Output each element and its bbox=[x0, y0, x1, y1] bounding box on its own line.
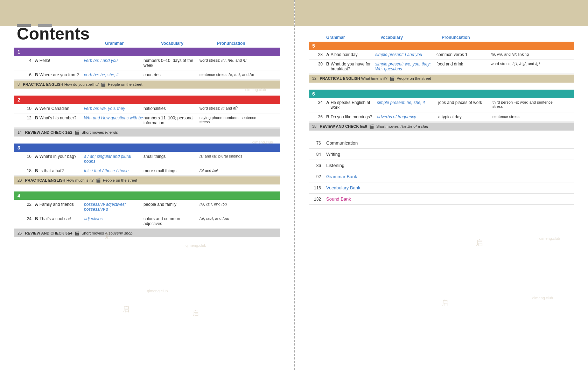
lesson-pronunc: third person –s; word and sentence stres… bbox=[492, 100, 554, 109]
lesson-num: 28 bbox=[309, 52, 326, 57]
practical-english-1: 8 PRACTICAL ENGLISH How do you spell it?… bbox=[14, 81, 280, 89]
appendix-sound-bank: 132 Sound Bank bbox=[309, 194, 574, 205]
lesson-ab: A bbox=[35, 202, 38, 207]
lesson-title: Do you like mornings? bbox=[331, 114, 372, 119]
lesson-ab: A bbox=[35, 106, 38, 111]
table-row: 16 A What's in your bag? a / an; singula… bbox=[14, 152, 280, 166]
lesson-label: A Family and friends bbox=[35, 202, 84, 207]
lesson-title: What's in your bag? bbox=[40, 154, 77, 159]
table-row: 6 B Where are you from? verb be: he, she… bbox=[14, 70, 280, 80]
unit-5: 5 28 A A bad hair day simple present: I … bbox=[309, 42, 574, 83]
table-row: 4 A Hello! verb be: I and you numbers 0–… bbox=[14, 56, 280, 70]
lesson-ab: A bbox=[326, 100, 329, 105]
watermark-4: 启 bbox=[122, 305, 130, 314]
lesson-vocab: jobs and places of work bbox=[438, 100, 492, 105]
svg-rect-0 bbox=[518, 0, 588, 28]
lesson-num: 6 bbox=[14, 72, 35, 77]
lesson-ab: B bbox=[326, 62, 329, 67]
lesson-label: B Is that a hat? bbox=[35, 168, 84, 173]
appendix-num: 76 bbox=[309, 141, 326, 146]
lesson-title: Is that a hat? bbox=[40, 168, 64, 173]
lesson-vocab: countries bbox=[144, 72, 200, 77]
lesson-label: A He speaks English at work bbox=[326, 100, 377, 110]
lesson-pronunc: saying phone numbers; sentence stress bbox=[200, 116, 262, 124]
col-grammar: Grammar bbox=[105, 41, 161, 46]
review-check-3: 38 REVIEW AND CHECK 5&6 🎬 Short movies T… bbox=[309, 123, 574, 131]
lesson-ab: A bbox=[35, 58, 38, 63]
lesson-grammar: verb be: he, she, it bbox=[84, 72, 144, 77]
table-row: 30 B What do you have for breakfast? sim… bbox=[309, 60, 574, 74]
col-empty-r bbox=[309, 35, 326, 40]
lesson-ab: B bbox=[35, 216, 38, 221]
lesson-grammar: verb be: we, you, they bbox=[84, 106, 144, 111]
lesson-ab: A bbox=[35, 154, 38, 159]
svg-line-4 bbox=[532, 0, 588, 7]
appendix-label: Sound Bank bbox=[326, 196, 351, 202]
lesson-vocab: nationalities bbox=[144, 106, 200, 111]
lesson-label: B What's his number? bbox=[35, 116, 84, 120]
watermark-r3: qimeng.club bbox=[532, 296, 553, 300]
practical-english-2: 20 PRACTICAL ENGLISH How much is it? 🎬 P… bbox=[14, 176, 280, 184]
lesson-title: We're Canadian bbox=[40, 106, 69, 111]
appendix-grammar-bank: 92 Grammar Bank bbox=[309, 171, 574, 182]
table-row: 22 A Family and friends possessive adjec… bbox=[14, 200, 280, 214]
lesson-label: A We're Canadian bbox=[35, 106, 84, 111]
table-row: 18 B Is that a hat? this / that / these … bbox=[14, 166, 280, 176]
col-vocab-r: Vocabulary bbox=[380, 35, 442, 40]
page-title: Contents bbox=[14, 11, 280, 34]
sunburst-decoration bbox=[518, 0, 588, 28]
watermark-r1: qimeng.club bbox=[539, 236, 560, 240]
lesson-grammar: possessive adjectives; possessive s bbox=[84, 202, 144, 212]
lesson-title: Family and friends bbox=[40, 202, 74, 207]
svg-line-5 bbox=[534, 0, 588, 4]
lesson-grammar: adverbs of frequency bbox=[377, 114, 438, 119]
unit-3: 3 16 A What's in your bag? a / an; singu… bbox=[14, 144, 280, 184]
lesson-title: Hello! bbox=[40, 58, 50, 63]
watermark-5: 启 bbox=[192, 309, 199, 317]
svg-line-2 bbox=[528, 0, 588, 14]
lesson-grammar: simple present: we, you, they; Wh- quest… bbox=[375, 62, 436, 71]
unit-4: 4 22 A Family and friends possessive adj… bbox=[14, 191, 280, 237]
col-pronunc-r: Pronunciation bbox=[442, 35, 496, 40]
lesson-grammar: verb be: I and you bbox=[84, 58, 144, 63]
lesson-grammar: simple present: he, she, it bbox=[377, 100, 438, 105]
unit-3-header: 3 bbox=[14, 144, 280, 152]
lesson-num: 30 bbox=[309, 62, 326, 67]
lesson-num: 18 bbox=[14, 168, 35, 173]
page-right: qimeng.club 启 qimeng.club 启 Grammar Voca… bbox=[294, 0, 588, 370]
practical-english-3: 32 PRACTICAL ENGLISH What time is it? 🎬 … bbox=[309, 75, 574, 83]
table-row: 28 A A bad hair day simple present: I an… bbox=[309, 50, 574, 60]
lesson-vocab: common verbs 1 bbox=[436, 52, 491, 57]
lesson-title: What's his number? bbox=[40, 116, 77, 120]
appendix-section: 76 Communication 84 Writing 86 Listening… bbox=[309, 138, 574, 205]
table-row: 10 A We're Canadian verb be: we, you, th… bbox=[14, 104, 280, 113]
col-vocab: Vocabulary bbox=[161, 41, 217, 46]
lesson-label: A Hello! bbox=[35, 58, 84, 63]
lesson-ab: A bbox=[326, 52, 329, 57]
lesson-pronunc: /ð/ and /æ/ bbox=[200, 168, 262, 173]
page-left: qimeng.club 启 qimeng.club 启 启 qimeng.clu… bbox=[0, 0, 294, 370]
lesson-vocab: more small things bbox=[144, 168, 200, 173]
lesson-num: 10 bbox=[14, 106, 35, 111]
svg-line-7 bbox=[523, 0, 588, 25]
col-headers-right: Grammar Vocabulary Pronunciation bbox=[309, 35, 574, 40]
lesson-grammar: a / an; singular and plural nouns bbox=[84, 154, 144, 164]
unit-2-header: 2 bbox=[14, 96, 280, 104]
lesson-label: B What do you have for breakfast? bbox=[326, 62, 375, 71]
lesson-pronunc: word stress; /tʃ/, /dʒ/, and /ɡ/ bbox=[491, 62, 547, 66]
lesson-pronunc: word stress; /f/ and /tʃ/ bbox=[200, 106, 262, 111]
lesson-pronunc: /z/ and /s/; plural endings bbox=[200, 154, 262, 158]
appendix-label: Writing bbox=[326, 152, 340, 157]
appendix-communication: 76 Communication bbox=[309, 138, 574, 149]
appendix-num: 92 bbox=[309, 174, 326, 179]
watermark-r2: 启 bbox=[476, 238, 483, 247]
appendix-label: Grammar Bank bbox=[326, 174, 357, 179]
lesson-vocab: people and family bbox=[144, 202, 200, 207]
lesson-grammar: adjectives bbox=[84, 216, 144, 221]
appendix-num: 132 bbox=[309, 197, 326, 202]
lesson-pronunc: /h/, /w/, and /v/; linking bbox=[491, 52, 547, 56]
lesson-num: 34 bbox=[309, 100, 326, 105]
table-row: 34 A He speaks English at work simple pr… bbox=[309, 98, 574, 112]
lesson-num: 24 bbox=[14, 216, 35, 221]
lesson-label: B Where are you from? bbox=[35, 72, 84, 77]
